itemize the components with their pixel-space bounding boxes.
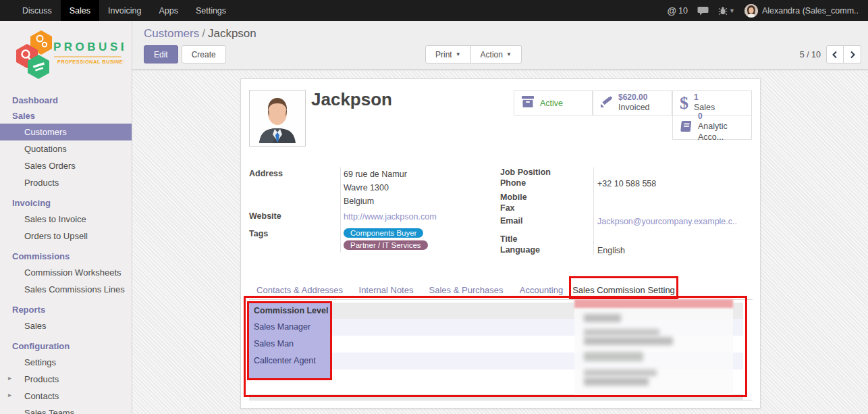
sidebar-item-config-contacts[interactable]: ▸Contacts	[0, 388, 132, 405]
sidebar-item-customers[interactable]: Customers	[0, 124, 132, 140]
pager-previous-button[interactable]	[826, 45, 844, 63]
tab-accounting[interactable]: Accounting	[510, 280, 572, 300]
print-label: Print	[435, 50, 452, 59]
print-dropdown-button[interactable]: Print▼	[425, 45, 471, 63]
menu-discuss[interactable]: Discuss	[13, 0, 61, 21]
chevron-down-icon: ▼	[729, 7, 735, 14]
email-link[interactable]: Jackpson@yourcompany.example.c..	[597, 217, 737, 226]
pager-counter: 5 / 10	[800, 50, 821, 59]
tag-partner-it-services[interactable]: Partner / IT Services	[344, 240, 428, 250]
main-area: Customers/Jackpson Edit Create Print▼ Ac…	[132, 21, 868, 414]
sidebar-item-sales-orders[interactable]: Sales Orders	[0, 157, 132, 174]
action-dropdown-button[interactable]: Action▼	[471, 45, 522, 63]
chevron-down-icon: ▼	[456, 51, 461, 57]
menu-sales[interactable]: Sales	[61, 0, 99, 21]
user-menu[interactable]: Alexandra (Sales_comm..	[744, 4, 859, 18]
phone-field-label: Phone	[500, 178, 526, 188]
commission-level-cell[interactable]: Sales Manager	[249, 319, 332, 336]
address-line-street[interactable]: 69 rue de Namur	[344, 170, 407, 179]
user-name: Alexandra (Sales_comm..	[762, 6, 859, 16]
mentions-counter[interactable]: @ 10	[667, 5, 688, 16]
fax-field-label: Fax	[500, 203, 515, 213]
invoiced-stat-button[interactable]: $620.00 Invoiced	[593, 90, 672, 115]
invoiced-amount: $620.00	[618, 93, 650, 103]
analytic-label: Analytic Acco...	[698, 122, 751, 143]
edit-button[interactable]: Edit	[144, 45, 178, 63]
sidebar-item-sales-commissions-lines[interactable]: Sales Commissions Lines	[0, 281, 132, 298]
bug-icon	[718, 6, 728, 16]
sidebar-heading-commissions[interactable]: Commissions	[0, 249, 132, 264]
analytic-count: 0	[698, 111, 751, 122]
address-line-city[interactable]: Wavre 1300	[344, 183, 389, 192]
tag-components-buyer[interactable]: Components Buyer	[344, 228, 423, 238]
website-link[interactable]: http://www.jackpson.com	[344, 212, 437, 222]
active-stat-button[interactable]: Active	[514, 90, 593, 115]
debug-menu[interactable]: ▼	[718, 6, 735, 16]
language-value[interactable]: English	[597, 246, 625, 255]
create-button[interactable]: Create	[182, 45, 226, 63]
sidebar-item-config-products[interactable]: ▸Products	[0, 371, 132, 388]
book-icon	[680, 120, 693, 135]
sidebar-item-reports-sales[interactable]: Sales	[0, 317, 132, 334]
form-view-background: Jackpson Active $620.00 Invoiced $	[132, 71, 868, 414]
phone-value[interactable]: +32 10 588 558	[597, 179, 656, 188]
website-field-label: Website	[249, 211, 281, 221]
sidebar-item-settings[interactable]: Settings	[0, 354, 132, 371]
top-navigation-bar: Discuss Sales Invoicing Apps Settings @ …	[0, 0, 868, 21]
commission-level-cell[interactable]: Sales Man	[249, 336, 332, 353]
sidebar-item-quotations[interactable]: Quotations	[0, 140, 132, 157]
breadcrumb-separator: /	[202, 27, 205, 40]
commission-level-column-header[interactable]: Commission Level	[249, 303, 332, 319]
tab-contacts-addresses[interactable]: Contacts & Addresses	[249, 280, 350, 300]
blurred-red-annotation	[574, 299, 733, 308]
breadcrumb-current: Jackpson	[208, 27, 256, 40]
field-group-divider	[593, 167, 594, 255]
language-field-label: Language	[500, 245, 540, 255]
pager-next-button[interactable]	[844, 45, 861, 63]
sidebar: PROBUSE PROFESSIONAL BUSINESS Dashboard …	[0, 21, 132, 414]
pencil-edit-icon	[600, 95, 613, 111]
tab-sales-purchases[interactable]: Sales & Purchases	[422, 280, 510, 300]
sidebar-heading-invoicing[interactable]: Invoicing	[0, 195, 132, 211]
field-group-divider	[340, 167, 341, 253]
sidebar-item-sales-teams[interactable]: Sales Teams	[0, 405, 132, 414]
sidebar-nav: Dashboard Sales Customers Quotations Sal…	[0, 93, 132, 414]
mention-count: 10	[678, 6, 688, 16]
commission-level-cell[interactable]: Callcenter Agent	[249, 353, 332, 369]
control-panel: Customers/Jackpson Edit Create Print▼ Ac…	[132, 21, 868, 70]
breadcrumb-customers-link[interactable]: Customers	[144, 27, 199, 40]
sidebar-item-orders-to-upsell[interactable]: Orders to Upsell	[0, 228, 132, 244]
address-line-country[interactable]: Belgium	[344, 197, 374, 206]
redacted-values-column	[574, 299, 733, 395]
sidebar-item-commission-worksheets[interactable]: Commission Worksheets	[0, 264, 132, 281]
customer-photo[interactable]	[249, 90, 306, 147]
sidebar-item-dashboard[interactable]: Dashboard	[0, 93, 132, 108]
menu-invoicing[interactable]: Invoicing	[99, 0, 150, 21]
sidebar-heading-configuration[interactable]: Configuration	[0, 338, 132, 354]
sidebar-item-products[interactable]: Products	[0, 174, 132, 191]
svg-text:PROFESSIONAL BUSINESS: PROFESSIONAL BUSINESS	[57, 59, 124, 65]
svg-text:PROBUSE: PROBUSE	[53, 41, 124, 53]
analytic-accounts-stat-button[interactable]: 0 Analytic Acco...	[672, 115, 752, 140]
app-menu: Discuss Sales Invoicing Apps Settings	[13, 0, 235, 21]
address-field-label: Address	[249, 169, 283, 178]
job-position-field-label: Job Position	[500, 167, 551, 177]
tab-sales-commission-setting[interactable]: Sales Commission Setting	[572, 280, 675, 300]
chat-bubble-icon[interactable]	[697, 6, 709, 16]
active-status-label: Active	[540, 99, 563, 108]
sidebar-heading-reports[interactable]: Reports	[0, 302, 132, 317]
sidebar-item-sales-to-invoice[interactable]: Sales to Invoice	[0, 211, 132, 228]
notebook-tabs: Contacts & Addresses Internal Notes Sale…	[249, 280, 753, 300]
tags-field-label: Tags	[249, 229, 268, 238]
at-icon: @	[667, 5, 676, 16]
tab-internal-notes[interactable]: Internal Notes	[350, 280, 422, 300]
sidebar-heading-sales[interactable]: Sales	[0, 108, 132, 124]
customer-form-sheet: Jackpson Active $620.00 Invoiced $	[240, 78, 761, 409]
action-label: Action	[481, 50, 503, 59]
mobile-field-label: Mobile	[500, 192, 527, 202]
menu-apps[interactable]: Apps	[150, 0, 187, 21]
title-field-label: Title	[500, 234, 517, 244]
menu-settings[interactable]: Settings	[187, 0, 235, 21]
probuse-logo[interactable]: PROBUSE PROFESSIONAL BUSINESS	[9, 29, 124, 83]
table-footer-bar	[249, 394, 743, 400]
